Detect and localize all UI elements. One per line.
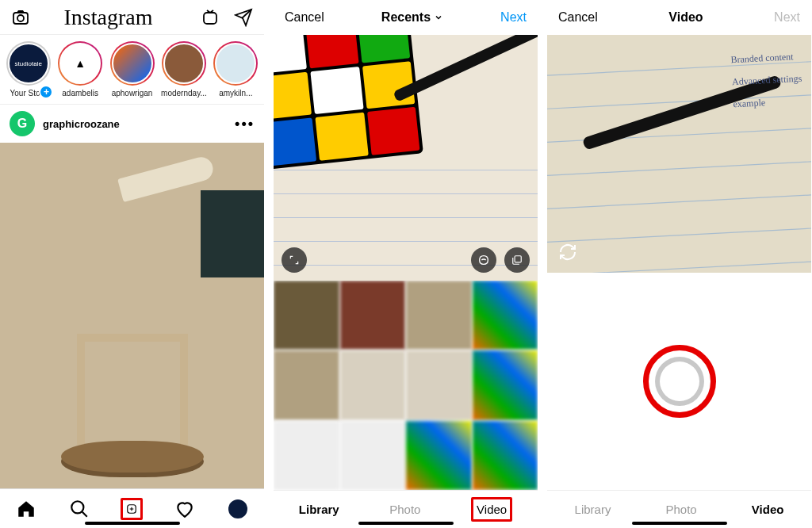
story-item[interactable]: ▲ adambelis <box>56 41 103 98</box>
screen-video-capture: Cancel Video Next Branded contentAdvance… <box>547 0 811 528</box>
next-button[interactable]: Next <box>500 10 527 25</box>
svg-point-1 <box>17 15 24 21</box>
grid-thumb[interactable] <box>340 281 406 350</box>
selected-preview[interactable] <box>274 35 538 281</box>
tab-video[interactable]: Video <box>471 497 512 522</box>
svg-rect-5 <box>515 256 521 262</box>
grid-thumb[interactable] <box>473 350 538 419</box>
stories-tray[interactable]: studiotale + Your Story ▲ adambelis apho… <box>0 35 264 105</box>
profile-avatar-icon <box>228 499 247 518</box>
record-button[interactable] <box>643 345 716 418</box>
switch-camera-button[interactable] <box>557 241 579 263</box>
story-item[interactable]: amykiln... <box>213 41 259 98</box>
cancel-button[interactable]: Cancel <box>285 10 324 25</box>
grid-thumb[interactable] <box>406 281 472 350</box>
camera-viewfinder[interactable]: Branded contentAdvanced settingsexample <box>547 35 811 273</box>
tab-photo[interactable]: Photo <box>389 503 420 516</box>
post-avatar[interactable]: G <box>10 111 35 136</box>
app-logo: Instagram <box>64 5 153 30</box>
home-indicator <box>358 522 454 525</box>
story-item[interactable]: modernday... <box>160 41 207 98</box>
screen-feed: Instagram studiotale + Your Story ▲ adam… <box>0 0 264 528</box>
chevron-down-icon <box>434 13 443 22</box>
grid-thumb[interactable] <box>406 350 472 419</box>
feed-header: Instagram <box>0 0 264 35</box>
record-button-inner <box>655 357 704 406</box>
grid-thumb[interactable] <box>274 281 339 350</box>
handwriting: Branded contentAdvanced settingsexample <box>730 45 804 116</box>
tab-video[interactable]: Video <box>752 503 784 516</box>
next-button: Next <box>774 10 800 25</box>
nav-activity[interactable] <box>174 498 196 520</box>
picker-header: Cancel Recents Next <box>274 0 538 35</box>
grid-thumb[interactable] <box>274 421 339 490</box>
nav-home[interactable] <box>15 498 37 520</box>
grid-thumb[interactable] <box>473 281 538 350</box>
home-indicator <box>85 522 180 525</box>
post-username[interactable]: graphicroozane <box>43 118 227 130</box>
story-own[interactable]: studiotale + Your Story <box>5 41 52 98</box>
igtv-icon[interactable] <box>201 8 220 27</box>
capture-area <box>547 273 811 490</box>
tab-library[interactable]: Library <box>299 503 339 516</box>
grid-thumb[interactable] <box>340 350 406 419</box>
screen-library-picker: Cancel Recents Next <box>274 0 538 528</box>
post-more-button[interactable]: ••• <box>235 116 255 132</box>
grid-thumb[interactable] <box>406 421 472 490</box>
send-icon[interactable] <box>234 8 253 27</box>
nav-search[interactable] <box>68 498 90 520</box>
grid-thumb[interactable] <box>473 421 538 490</box>
cancel-button[interactable]: Cancel <box>558 10 598 25</box>
svg-rect-2 <box>204 13 216 24</box>
nav-profile[interactable] <box>227 498 249 520</box>
photo-grid[interactable] <box>274 281 538 490</box>
svg-point-3 <box>71 501 83 513</box>
camera-icon[interactable] <box>11 8 30 27</box>
tab-photo[interactable]: Photo <box>666 503 697 516</box>
nav-new-post[interactable] <box>121 498 143 520</box>
tab-library[interactable]: Library <box>575 503 611 516</box>
home-indicator <box>632 522 727 525</box>
post-header: G graphicroozane ••• <box>0 105 264 143</box>
expand-crop-button[interactable] <box>282 247 307 273</box>
multi-select-button[interactable] <box>504 247 530 273</box>
boomerang-button[interactable] <box>471 247 496 273</box>
grid-thumb[interactable] <box>274 350 339 419</box>
album-selector[interactable]: Recents <box>324 10 500 25</box>
post-media[interactable] <box>0 143 264 488</box>
capture-header: Cancel Video Next <box>547 0 811 35</box>
capture-title: Video <box>598 10 774 25</box>
grid-thumb[interactable] <box>340 421 406 490</box>
story-item[interactable]: aphowrigan <box>109 41 155 98</box>
